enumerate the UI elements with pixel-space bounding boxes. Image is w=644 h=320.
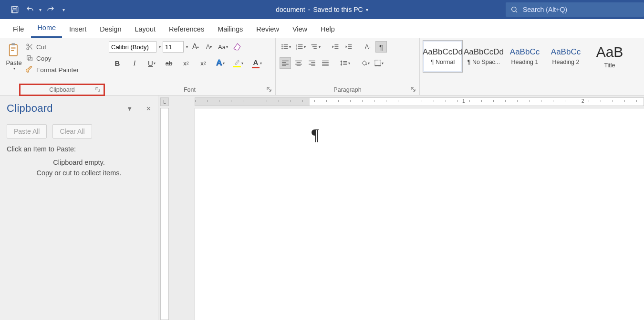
- spacing-icon: [340, 60, 348, 66]
- pane-hint: Click an Item to Paste:: [7, 145, 151, 153]
- font-row-1: ▾ ▾ A▴ A▾ Aa▾: [109, 41, 270, 53]
- svg-rect-40: [295, 64, 302, 64]
- font-size-input[interactable]: [163, 41, 184, 53]
- clear-format-button[interactable]: [231, 41, 243, 53]
- bullets-button[interactable]: ▾: [280, 41, 292, 53]
- bold-button[interactable]: B: [112, 57, 123, 69]
- svg-rect-52: [343, 64, 347, 64]
- style-heading-1[interactable]: AaBbCc Heading 1: [505, 40, 545, 73]
- document-title[interactable]: document - Saved to this PC ▾: [276, 6, 368, 13]
- show-marks-button[interactable]: ¶: [375, 41, 387, 53]
- tab-help[interactable]: Help: [314, 21, 341, 38]
- tab-file[interactable]: File: [7, 21, 30, 38]
- multilevel-button[interactable]: ▾: [309, 41, 322, 53]
- svg-rect-41: [297, 65, 301, 66]
- font-size-caret[interactable]: ▾: [186, 45, 188, 49]
- underline-button[interactable]: U▾: [146, 57, 157, 69]
- decrease-indent-button[interactable]: [330, 41, 341, 53]
- search-icon: [510, 6, 518, 13]
- line-spacing-button[interactable]: ▾: [339, 57, 352, 69]
- tab-layout[interactable]: Layout: [128, 21, 162, 38]
- eraser-icon: [233, 43, 241, 51]
- svg-rect-29: [334, 46, 338, 47]
- format-painter-button[interactable]: Format Painter: [26, 66, 79, 74]
- tab-home[interactable]: Home: [31, 20, 62, 38]
- svg-rect-51: [343, 63, 347, 63]
- tab-references[interactable]: References: [163, 21, 210, 38]
- pane-options-caret[interactable]: ▼: [126, 105, 133, 112]
- svg-rect-26: [312, 46, 317, 47]
- scissors-icon: [26, 43, 33, 51]
- redo-icon[interactable]: [44, 3, 57, 16]
- search-input[interactable]: [523, 6, 639, 13]
- subscript-button[interactable]: x2: [180, 57, 192, 69]
- strike-button[interactable]: ab: [163, 57, 175, 69]
- para-row-1: ▾ 123▾ ▾ A↓ ¶: [280, 41, 415, 53]
- svg-rect-7: [11, 49, 15, 50]
- ruler-corner[interactable]: L: [160, 97, 169, 106]
- svg-rect-36: [282, 64, 289, 64]
- cut-button[interactable]: Cut: [26, 43, 79, 51]
- style-normal[interactable]: AaBbCcDd ¶ Normal: [423, 40, 463, 73]
- shading-button[interactable]: ▾: [359, 57, 371, 69]
- undo-icon[interactable]: [24, 3, 36, 16]
- superscript-button[interactable]: x2: [197, 57, 209, 69]
- paragraph-launcher-icon[interactable]: [410, 86, 416, 93]
- doc-name: document: [276, 6, 305, 13]
- title-sep: -: [308, 6, 311, 13]
- style-title[interactable]: AaB Title: [587, 40, 633, 73]
- highlight-button[interactable]: ▾: [232, 57, 245, 69]
- align-left-button[interactable]: [280, 57, 291, 69]
- grow-font-button[interactable]: A▴: [190, 41, 201, 53]
- svg-rect-28: [334, 44, 338, 45]
- para-row-2: ▾ ▾ ▾: [280, 57, 415, 69]
- paste-all-button[interactable]: Paste All: [7, 124, 47, 139]
- horizontal-ruler[interactable]: 1 2: [195, 97, 644, 106]
- tab-mailings[interactable]: Mailings: [211, 21, 249, 38]
- justify-button[interactable]: [320, 57, 331, 69]
- font-name-input[interactable]: [109, 41, 156, 53]
- paste-icon: [7, 42, 21, 58]
- font-launcher-icon[interactable]: [266, 86, 272, 93]
- svg-rect-2: [13, 10, 17, 13]
- numbering-button[interactable]: 123▾: [294, 41, 307, 53]
- font-color-button[interactable]: A▾: [250, 57, 263, 69]
- group-label-clipboard[interactable]: Clipboard: [20, 85, 104, 95]
- undo-dropdown-caret[interactable]: ▾: [39, 7, 42, 12]
- tab-design[interactable]: Design: [93, 21, 127, 38]
- italic-button[interactable]: I: [129, 57, 140, 69]
- shrink-font-button[interactable]: A▾: [203, 41, 215, 53]
- svg-rect-47: [322, 62, 329, 63]
- text-effects-button[interactable]: A▾: [215, 57, 226, 69]
- group-clipboard: Paste ▾ Cut Copy Format Painter Clipbo: [0, 38, 104, 95]
- tab-review[interactable]: Review: [250, 21, 285, 38]
- align-right-button[interactable]: [306, 57, 318, 69]
- indent-icon: [345, 43, 353, 50]
- save-icon[interactable]: [9, 3, 21, 16]
- tab-view[interactable]: View: [286, 21, 313, 38]
- sort-button[interactable]: A↓: [362, 41, 374, 53]
- copy-button[interactable]: Copy: [26, 54, 79, 62]
- change-case-button[interactable]: Aa▾: [217, 41, 229, 53]
- clipboard-launcher-icon[interactable]: [94, 86, 101, 93]
- copy-label: Copy: [36, 55, 52, 62]
- vertical-ruler[interactable]: [160, 108, 169, 320]
- font-name-caret[interactable]: ▾: [159, 45, 161, 49]
- clipboard-pane: Clipboard ▼ ✕ Paste All Clear All Click …: [0, 96, 158, 320]
- svg-rect-33: [348, 48, 352, 49]
- tab-insert[interactable]: Insert: [63, 21, 93, 38]
- document-page[interactable]: ¶: [195, 108, 644, 320]
- paste-button[interactable]: Paste ▾: [3, 40, 25, 85]
- style-heading-2[interactable]: AaBbCc Heading 2: [546, 40, 586, 73]
- borders-button[interactable]: ▾: [373, 57, 385, 69]
- pane-close-icon[interactable]: ✕: [146, 105, 151, 112]
- qat-customize-caret[interactable]: ▾: [62, 7, 65, 12]
- svg-rect-27: [313, 48, 316, 49]
- svg-point-53: [366, 64, 367, 65]
- align-center-button[interactable]: [293, 57, 304, 69]
- svg-rect-44: [309, 64, 315, 64]
- search-box[interactable]: [506, 2, 644, 17]
- clear-all-button[interactable]: Clear All: [52, 124, 92, 139]
- increase-indent-button[interactable]: [343, 41, 354, 53]
- style-no-spacing[interactable]: AaBbCcDd ¶ No Spac...: [464, 40, 504, 73]
